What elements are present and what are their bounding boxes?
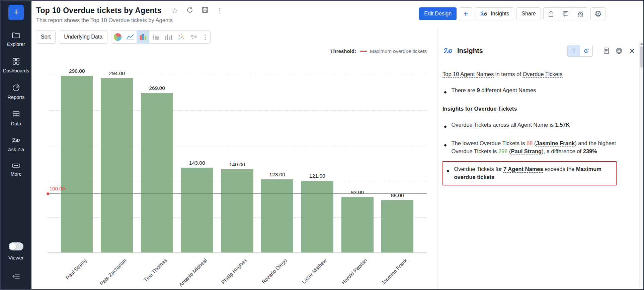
sidebar-item-label: Data (11, 121, 21, 126)
bar[interactable] (101, 78, 133, 252)
close-icon[interactable]: × (629, 47, 635, 55)
bar[interactable] (61, 76, 93, 252)
diamond-bullet-icon: ◆ (447, 167, 449, 181)
insights-button-label: Insights (491, 11, 509, 17)
share-button[interactable]: Share (516, 7, 541, 20)
bar[interactable] (181, 168, 213, 252)
insight-headline: Top 10 Agent Names in terms of Overdue T… (442, 70, 624, 78)
header-actions: Edit Design + Insights Share (419, 7, 606, 20)
bar[interactable] (261, 179, 293, 252)
scroll-up-icon[interactable] (640, 43, 643, 45)
create-new-button[interactable]: + (8, 5, 24, 20)
sidebar-item-data[interactable]: Data (11, 110, 21, 126)
bar-value-label: 298.00 (57, 68, 97, 74)
comment-icon[interactable] (558, 8, 573, 20)
settings-gear-icon[interactable]: ⚙ (590, 7, 606, 20)
scrollbar-thumb[interactable] (640, 46, 643, 68)
sidebar-item-more[interactable]: More (10, 163, 21, 177)
zia-icon (442, 47, 454, 55)
x-axis-label: Lazar Mathew (301, 257, 328, 285)
sidebar-item-label: Reports (8, 95, 25, 100)
bar-value-label: 140.00 (217, 162, 257, 168)
page-title: Top 10 Overdue tickets by Agents (36, 6, 162, 15)
plot-area: 298.00Paul Strang294.00Pete Zachariah269… (48, 75, 427, 253)
underlying-data-button[interactable]: Underlying Data (59, 30, 107, 44)
bar[interactable] (301, 181, 333, 252)
threshold-dot (47, 192, 49, 195)
stacked-bar-chart-type-icon[interactable] (149, 31, 162, 43)
insight-bullet-count: ◆ There are 9 different Agent Names (442, 86, 624, 96)
x-axis-label: Harold Pawlan (340, 257, 368, 286)
insight-section-heading: Insights for Overdue Tickets (442, 105, 624, 113)
bar[interactable] (341, 197, 374, 252)
x-axis-label: Phillip Hughes (220, 257, 248, 285)
x-axis-label: Jasmine Frank (380, 257, 408, 286)
text-view-icon[interactable]: T (568, 45, 580, 56)
x-axis-label: Tina Thomas (143, 257, 168, 283)
locale-globe-icon[interactable] (616, 47, 623, 54)
chart-view-icon[interactable] (580, 45, 592, 56)
folder-icon (12, 32, 20, 39)
sidebar-item-reports[interactable]: Reports (8, 84, 25, 100)
save-icon[interactable] (202, 6, 209, 15)
bar-value-label: 123.00 (257, 172, 297, 178)
viewer-toggle[interactable] (9, 242, 23, 250)
zia-icon (11, 137, 21, 144)
sidebar-item-label: More (10, 171, 21, 177)
legend-title: Threshold: (330, 48, 356, 54)
bar[interactable] (221, 169, 253, 252)
header-icon-group (543, 7, 588, 20)
refresh-icon[interactable] (186, 6, 193, 15)
sidebar-item-explorer[interactable]: Explorer (7, 32, 25, 47)
grouped-bar-chart-type-icon[interactable] (162, 31, 175, 43)
insights-content: Top 10 Agent Names in terms of Overdue T… (437, 70, 643, 185)
x-axis-label: Rozario Diego (261, 257, 288, 285)
summary-doc-icon[interactable] (603, 47, 610, 54)
x-axis-label: Antanio Micheal (178, 257, 208, 288)
more-kebab-icon[interactable]: ⋮ (217, 7, 223, 14)
scatter-chart-type-icon[interactable] (175, 31, 187, 43)
bar-chart-type-icon[interactable] (137, 31, 149, 43)
sidebar-nav: Explorer Dashboards Reports Data (3, 32, 29, 187)
diamond-bullet-icon: ◆ (444, 88, 447, 96)
chart-type-switcher: ⋮ (111, 30, 211, 44)
schedule-alarm-icon[interactable] (573, 8, 588, 20)
threshold-line (48, 193, 427, 194)
export-icon[interactable] (544, 8, 558, 20)
sidebar-item-ask-zia[interactable]: Ask Zia (8, 137, 24, 152)
threshold-legend: Threshold: Maximum overdue tickets (330, 48, 427, 54)
viewer-label: Viewer (1, 255, 31, 260)
bar-value-label: 93.00 (337, 189, 378, 195)
sidebar-item-label: Explorer (7, 42, 25, 47)
pie-chart-type-icon[interactable] (111, 31, 124, 43)
diamond-bullet-icon: ◆ (444, 122, 447, 130)
main-area: Top 10 Overdue tickets by Agents ☆ ⋮ Thi… (31, 1, 643, 289)
insights-panel: Insights T × (437, 27, 643, 289)
insights-panel-header: Insights T × (437, 45, 643, 57)
threshold-value-label: 100.00 (50, 186, 65, 191)
insights-button[interactable]: Insights (475, 7, 514, 20)
app-window: + Explorer Dashboards Reports (0, 0, 644, 290)
chart-type-more-kebab-icon[interactable]: ⋮ (200, 31, 210, 43)
line-chart-type-icon[interactable] (124, 31, 137, 43)
scrollbar[interactable] (639, 42, 643, 287)
collapse-sidebar-icon[interactable] (1, 273, 31, 281)
zia-icon (480, 11, 488, 17)
bar-value-label: 269.00 (137, 85, 177, 91)
sidebar-item-label: Ask Zia (8, 147, 24, 152)
sidebar: + Explorer Dashboards Reports (1, 1, 31, 289)
insight-bullet-total: ◆ Overdue Tickets across all Agent Name … (442, 121, 624, 130)
add-button[interactable]: + (459, 7, 472, 20)
sidebar-item-dashboards[interactable]: Dashboards (3, 57, 29, 73)
more-ellipsis-icon (12, 163, 20, 169)
map-chart-type-icon[interactable] (187, 31, 200, 43)
diamond-bullet-icon: ◆ (444, 141, 447, 155)
data-table-icon (12, 110, 20, 118)
favorite-star-icon[interactable]: ☆ (172, 7, 178, 14)
insights-panel-title: Insights (457, 47, 483, 55)
bar[interactable] (381, 200, 413, 252)
bar[interactable] (141, 93, 173, 252)
sort-button[interactable]: Sort (36, 30, 56, 44)
edit-design-button[interactable]: Edit Design (419, 7, 457, 20)
x-axis-label: Paul Strang (65, 257, 88, 281)
